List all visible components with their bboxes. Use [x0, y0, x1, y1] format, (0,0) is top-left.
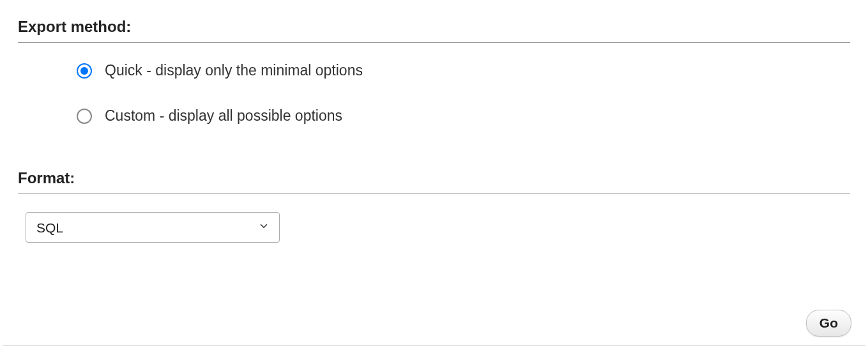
radio-row-quick: Quick - display only the minimal options [77, 62, 850, 79]
format-select[interactable]: SQL [26, 212, 280, 243]
format-section: Format: SQL [18, 169, 850, 243]
footer-row: Go [3, 310, 865, 346]
export-method-title: Export method: [18, 18, 850, 43]
radio-quick-label[interactable]: Quick - display only the minimal options [105, 62, 363, 79]
format-title: Format: [18, 169, 850, 194]
radio-custom[interactable] [77, 109, 92, 124]
go-button[interactable]: Go [806, 310, 851, 337]
radio-row-custom: Custom - display all possible options [77, 107, 850, 125]
export-method-section: Export method: Quick - display only the … [18, 18, 850, 144]
radio-custom-label[interactable]: Custom - display all possible options [105, 107, 342, 125]
format-select-wrap: SQL [26, 212, 280, 243]
export-method-radio-group: Quick - display only the minimal options… [18, 43, 850, 144]
radio-quick[interactable] [77, 63, 92, 79]
